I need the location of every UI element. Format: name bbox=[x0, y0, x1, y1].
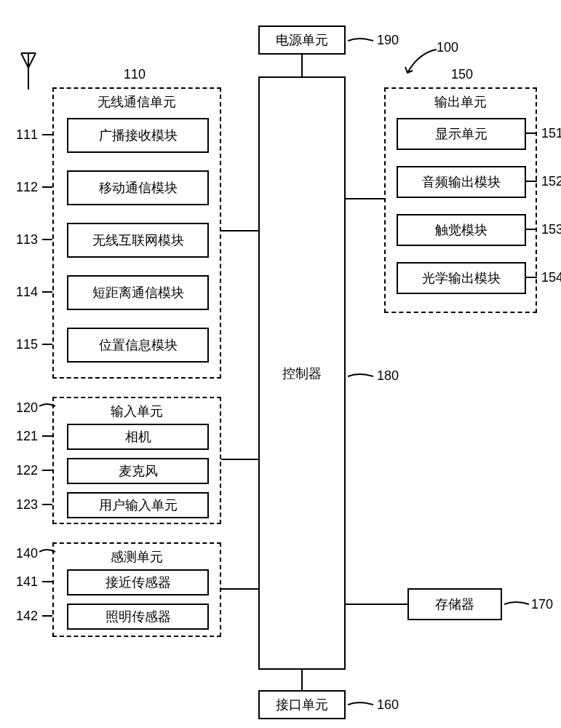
dash-152 bbox=[525, 181, 537, 182]
dash-112 bbox=[42, 186, 52, 188]
display-module: 显示单元 bbox=[397, 118, 526, 150]
svg-line-0 bbox=[21, 53, 28, 68]
dash-113 bbox=[42, 239, 52, 240]
memory-block: 存储器 bbox=[407, 588, 502, 620]
connector-input bbox=[221, 459, 258, 460]
power-unit-label: 电源单元 bbox=[276, 31, 328, 49]
proximity-module: 接近传感器 bbox=[67, 569, 209, 596]
leader-controller bbox=[348, 371, 377, 382]
antenna-icon bbox=[17, 50, 39, 96]
ref-display: 151 bbox=[541, 126, 561, 141]
connector-power-controller bbox=[301, 55, 303, 76]
ref-wireless: 110 bbox=[124, 67, 146, 82]
leader-power bbox=[348, 35, 377, 47]
dash-154 bbox=[525, 277, 537, 278]
broadcast-module: 广播接收模块 bbox=[67, 118, 209, 153]
dash-121 bbox=[42, 435, 52, 437]
leader-sensing bbox=[39, 547, 57, 557]
ref-controller: 180 bbox=[377, 368, 399, 384]
dash-115 bbox=[42, 344, 52, 345]
camera-module: 相机 bbox=[67, 424, 209, 450]
ref-userinput: 123 bbox=[16, 497, 38, 513]
wireless-group-title: 无线通信单元 bbox=[54, 93, 220, 111]
ref-camera: 121 bbox=[16, 429, 38, 444]
ref-location: 115 bbox=[16, 337, 38, 352]
mic-module: 麦克风 bbox=[67, 458, 209, 484]
dash-142 bbox=[42, 615, 52, 617]
haptic-module: 触觉模块 bbox=[397, 214, 526, 246]
connector-wireless bbox=[221, 230, 258, 232]
ref-interface: 160 bbox=[377, 697, 399, 713]
userinput-module: 用户输入单元 bbox=[67, 492, 209, 518]
dash-114 bbox=[42, 291, 52, 293]
leader-curve-main bbox=[404, 47, 440, 76]
controller-label: 控制器 bbox=[282, 365, 322, 382]
audio-module: 音频输出模块 bbox=[397, 166, 526, 198]
ref-memory: 170 bbox=[531, 597, 553, 612]
connector-interface bbox=[301, 670, 303, 690]
output-group: 输出单元 显示单元 音频输出模块 触觉模块 光学输出模块 bbox=[384, 87, 537, 313]
wireless-group: 无线通信单元 广播接收模块 移动通信模块 无线互联网模块 短距离通信模块 位置信… bbox=[52, 87, 221, 379]
sensing-group-title: 感测单元 bbox=[54, 548, 220, 566]
sensing-group: 感测单元 接近传感器 照明传感器 bbox=[52, 542, 221, 637]
ref-sensing: 140 bbox=[16, 546, 38, 561]
leader-input bbox=[39, 401, 57, 411]
ref-broadcast: 111 bbox=[16, 127, 38, 143]
ref-optical: 154 bbox=[541, 270, 561, 285]
leader-memory bbox=[504, 599, 530, 609]
mobilecomm-module: 移动通信模块 bbox=[67, 170, 209, 205]
input-group-title: 输入单元 bbox=[54, 403, 220, 420]
memory-label: 存储器 bbox=[435, 596, 474, 613]
power-unit-block: 电源单元 bbox=[258, 25, 346, 55]
ref-wlan: 113 bbox=[16, 232, 38, 248]
ref-haptic: 153 bbox=[541, 222, 561, 237]
ref-mic: 122 bbox=[16, 463, 38, 478]
wlan-module: 无线互联网模块 bbox=[67, 223, 209, 258]
output-group-title: 输出单元 bbox=[386, 93, 536, 111]
optical-module: 光学输出模块 bbox=[397, 262, 526, 294]
dash-151 bbox=[525, 132, 537, 134]
interface-label: 接口单元 bbox=[276, 696, 328, 713]
leader-interface bbox=[348, 700, 377, 710]
dash-141 bbox=[42, 581, 52, 582]
input-group: 输入单元 相机 麦克风 用户输入单元 bbox=[52, 397, 221, 524]
connector-memory bbox=[346, 604, 407, 605]
svg-line-1 bbox=[28, 53, 36, 68]
connector-output bbox=[346, 198, 384, 199]
ref-output: 150 bbox=[451, 67, 473, 82]
controller-block: 控制器 bbox=[258, 76, 346, 670]
dash-123 bbox=[42, 504, 52, 505]
ref-illumination: 142 bbox=[16, 609, 38, 624]
ref-input: 120 bbox=[16, 400, 38, 416]
ref-power: 190 bbox=[377, 33, 399, 48]
location-module: 位置信息模块 bbox=[67, 328, 209, 363]
interface-block: 接口单元 bbox=[258, 690, 346, 719]
shortrange-module: 短距离通信模块 bbox=[67, 275, 209, 310]
dash-122 bbox=[42, 470, 52, 471]
ref-audio: 152 bbox=[541, 174, 561, 189]
dash-111 bbox=[42, 134, 52, 135]
ref-shortrange: 114 bbox=[16, 285, 38, 300]
dash-153 bbox=[525, 229, 537, 230]
ref-proximity: 141 bbox=[16, 574, 38, 590]
ref-mobilecomm: 112 bbox=[16, 180, 38, 195]
illumination-module: 照明传感器 bbox=[67, 604, 209, 630]
connector-sensing bbox=[221, 588, 258, 590]
